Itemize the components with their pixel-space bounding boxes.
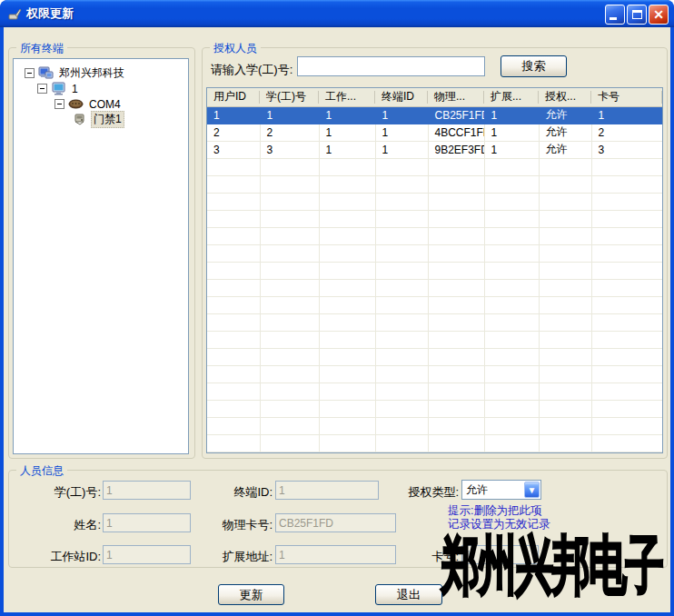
- name-field[interactable]: [103, 513, 191, 532]
- all-terminals-title: 所有终端: [16, 41, 67, 56]
- name-label: 姓名:: [25, 517, 101, 533]
- table-row-empty[interactable]: [207, 313, 662, 331]
- workstation-id-label: 工作站ID:: [25, 549, 101, 565]
- minimize-button[interactable]: [605, 5, 625, 25]
- app-icon: [7, 6, 22, 21]
- minimize-icon: [610, 17, 617, 20]
- search-button[interactable]: 搜索: [501, 55, 567, 77]
- app-window: 权限更新 ✕ 所有终端 郑州兴邦科技: [0, 0, 674, 616]
- close-icon: ✕: [653, 7, 664, 22]
- table-row-empty[interactable]: [207, 262, 662, 279]
- close-button[interactable]: ✕: [649, 5, 669, 25]
- table-row-empty[interactable]: [207, 400, 662, 417]
- update-button[interactable]: 更新: [218, 584, 284, 605]
- exit-button[interactable]: 退出: [375, 584, 442, 605]
- ext-address-field[interactable]: [275, 545, 396, 564]
- table-row-empty[interactable]: [207, 210, 662, 227]
- auth-type-label: 授权类型:: [382, 484, 459, 501]
- table-row-empty[interactable]: [207, 158, 662, 175]
- table-row[interactable]: 3 3 1 1 9B2EF3FD 1 允许 3: [207, 141, 662, 158]
- table-row-empty[interactable]: [207, 365, 662, 383]
- maximize-icon: [632, 10, 642, 19]
- col-terminal-id[interactable]: 终端ID: [375, 88, 428, 106]
- chevron-down-icon[interactable]: ▼: [524, 482, 540, 498]
- collapse-icon[interactable]: [55, 99, 64, 109]
- door-device-icon: [72, 113, 87, 126]
- tree-node-label[interactable]: 门禁1: [91, 111, 124, 128]
- tree-node-controller[interactable]: 1: [14, 81, 188, 96]
- physical-card-field[interactable]: [275, 513, 396, 532]
- table-row-empty[interactable]: [207, 244, 662, 262]
- terminal-id-label: 终端ID:: [204, 484, 273, 501]
- table-row-empty[interactable]: [207, 227, 662, 244]
- table-row-empty[interactable]: [207, 417, 662, 434]
- search-input[interactable]: [297, 56, 485, 76]
- table-row-empty[interactable]: [207, 348, 662, 365]
- table-body: 1 1 1 1 CB25F1FD 1 允许 1 2 2 1 1 4BCCF1FD…: [207, 106, 662, 452]
- tree-node-company[interactable]: 郑州兴邦科技: [14, 65, 188, 81]
- authorized-personnel-title: 授权人员: [210, 41, 261, 56]
- tree-node-door[interactable]: 门禁1: [14, 112, 188, 127]
- table-row-empty[interactable]: [207, 331, 662, 348]
- auth-type-value: 允许: [462, 482, 523, 498]
- collapse-icon[interactable]: [37, 84, 47, 94]
- watermark-text: 郑州兴邦电子: [441, 523, 662, 608]
- search-label: 请输入学(工)号:: [211, 62, 292, 78]
- table-row-empty[interactable]: [207, 434, 662, 452]
- personnel-table[interactable]: 用户ID 学(工)号 工作... 终端ID 物理... 扩展... 授权... …: [206, 87, 663, 453]
- personnel-info-title: 人员信息: [16, 463, 67, 479]
- physical-card-label: 物理卡号:: [204, 517, 273, 533]
- col-auth-type[interactable]: 授权...: [539, 88, 591, 106]
- table-header-row[interactable]: 用户ID 学(工)号 工作... 终端ID 物理... 扩展... 授权... …: [207, 88, 662, 106]
- student-no-field[interactable]: [103, 481, 191, 500]
- table-row-empty[interactable]: [207, 193, 662, 210]
- table-row-empty[interactable]: [207, 279, 662, 296]
- window-title: 权限更新: [26, 5, 74, 22]
- table-row[interactable]: 2 2 1 1 4BCCF1FD 1 允许 2: [207, 124, 662, 141]
- col-physical-card[interactable]: 物理...: [428, 88, 484, 106]
- terminal-tree[interactable]: 郑州兴邦科技 1 COM4: [13, 58, 189, 454]
- col-workstation[interactable]: 工作...: [319, 88, 375, 106]
- table-row-empty[interactable]: [207, 383, 662, 400]
- table-row-empty[interactable]: [207, 296, 662, 313]
- table-row[interactable]: 1 1 1 1 CB25F1FD 1 允许 1: [207, 106, 662, 124]
- computer-icon: [51, 82, 66, 95]
- tree-node-label[interactable]: 郑州兴邦科技: [57, 65, 126, 81]
- table-row-empty[interactable]: [207, 175, 662, 193]
- student-no-label: 学(工)号:: [25, 484, 101, 501]
- tree-node-label[interactable]: 1: [70, 83, 80, 95]
- ext-address-label: 扩展地址:: [204, 549, 273, 565]
- col-card-no[interactable]: 卡号: [591, 88, 662, 106]
- terminal-id-field[interactable]: [275, 481, 379, 500]
- titlebar[interactable]: 权限更新 ✕: [0, 0, 674, 27]
- auth-type-select[interactable]: 允许 ▼: [461, 480, 541, 500]
- tree-node-label[interactable]: COM4: [87, 98, 123, 111]
- col-user-id[interactable]: 用户ID: [207, 88, 260, 106]
- hint-line-1: 提示:删除为把此项: [448, 504, 550, 518]
- tree-node-com-port[interactable]: COM4: [14, 96, 188, 112]
- com-port-icon: [68, 97, 84, 111]
- collapse-icon[interactable]: [25, 68, 35, 78]
- workstation-id-field[interactable]: [103, 545, 191, 564]
- network-computer-icon: [38, 66, 54, 80]
- col-student-no[interactable]: 学(工)号: [260, 88, 319, 106]
- maximize-button[interactable]: [627, 5, 647, 25]
- col-ext-address[interactable]: 扩展...: [484, 88, 539, 106]
